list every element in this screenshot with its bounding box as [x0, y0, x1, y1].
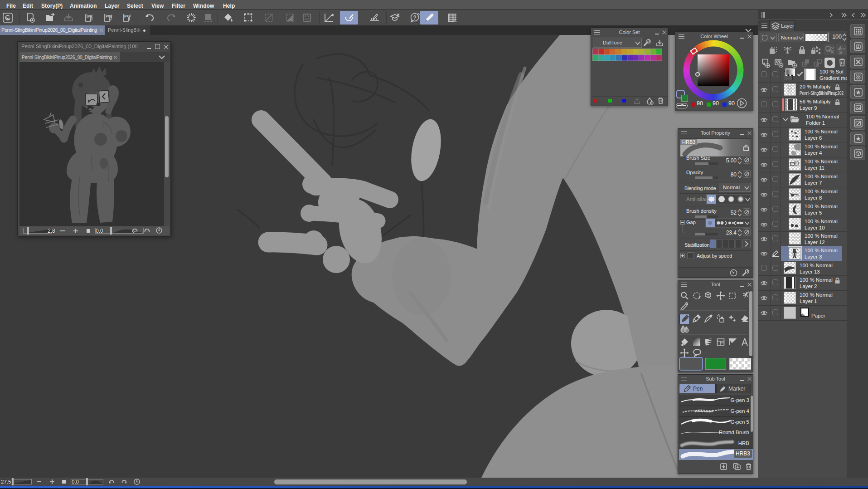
svg-text:?: ?	[413, 15, 417, 21]
svg-text:png: png	[106, 14, 112, 18]
svg-text:psd: psd	[124, 14, 131, 18]
svg-text:jpg: jpg	[86, 14, 92, 18]
